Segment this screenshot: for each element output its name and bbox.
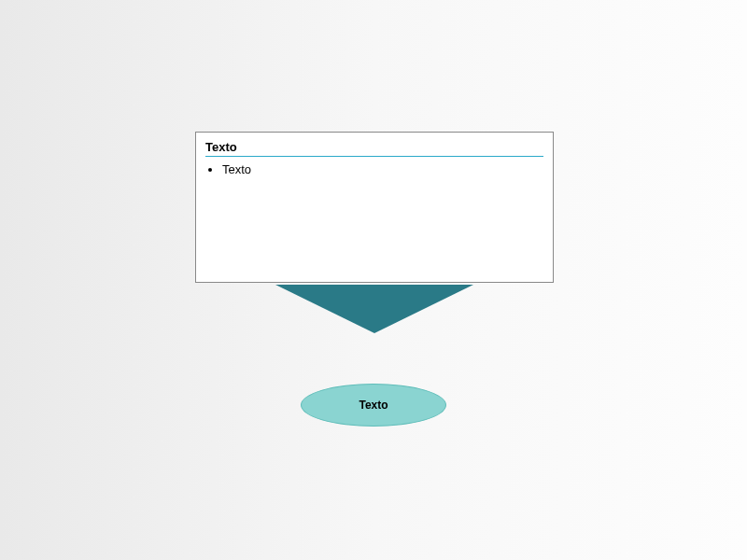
card-divider xyxy=(205,156,543,157)
card-title: Texto xyxy=(205,140,543,154)
card-list: Texto xyxy=(205,162,543,176)
ellipse-node: Texto xyxy=(301,384,446,427)
ellipse-label: Texto xyxy=(359,399,388,412)
down-arrow-icon xyxy=(275,285,473,333)
content-card: Texto Texto xyxy=(195,132,554,283)
list-item: Texto xyxy=(222,162,543,176)
diagram-canvas: Texto Texto Texto xyxy=(0,0,747,560)
